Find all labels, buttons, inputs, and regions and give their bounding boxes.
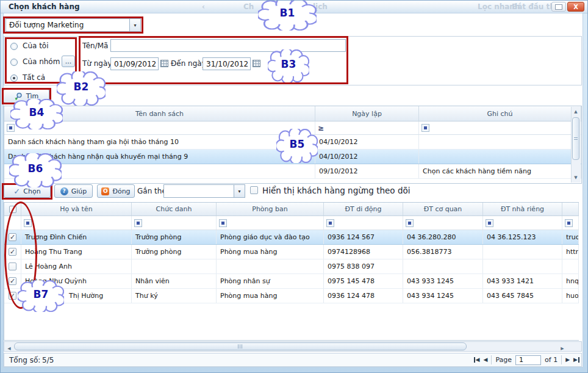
dialog-window: Chọn khách hàng ‹ Ch lịch Lọc nhanh Bắt …	[0, 0, 588, 373]
row-checkbox[interactable]	[9, 263, 16, 270]
total-count: 5/5	[42, 356, 54, 364]
column-header-ten-danh-sach[interactable]: Tên danh sách	[4, 106, 315, 121]
to-date-input[interactable]: 31/10/2012	[203, 57, 251, 70]
filter-icon[interactable]	[406, 219, 414, 227]
scroll-up-icon[interactable]: ▲	[572, 107, 580, 116]
window-panel-icon-button[interactable]	[551, 2, 566, 12]
page-number-input[interactable]: 1	[515, 355, 541, 365]
contact-title: Trưởng phòng	[132, 245, 217, 259]
search-button[interactable]: Tìm	[3, 89, 49, 103]
lists-table: Tên danh sách Ngày lập Ghi chú ≥ Danh sá…	[4, 106, 582, 184]
list-name: Danh sách khách hàng nhận quà khuyến mại…	[4, 150, 315, 164]
last-page-icon[interactable]: ▶	[573, 357, 579, 363]
contact-office-phone: 043 933 1245	[403, 274, 483, 288]
filter-icon[interactable]	[486, 219, 493, 227]
scroll-left-icon[interactable]: ◀	[5, 344, 13, 353]
marketing-audience-dropdown[interactable]: Đối tượng Marketing ▾	[5, 18, 141, 32]
help-button-label: Giúp	[71, 187, 87, 195]
list-row[interactable]: g 09/10/2012 Chọn các khách hàng tiềm nă…	[4, 164, 581, 179]
row-checkbox[interactable]: ✓	[9, 277, 16, 285]
horizontal-scrollbar[interactable]: ◀ ▶	[4, 341, 582, 352]
lists-table-vertical-scrollbar[interactable]: ▲ ▼	[571, 107, 581, 183]
calendar-icon[interactable]	[160, 60, 168, 67]
close-button-label: Đóng	[112, 187, 130, 195]
scroll-down-icon[interactable]: ▼	[572, 173, 580, 182]
radio-cua-nhom-toi[interactable]	[10, 59, 18, 66]
chevron-down-icon[interactable]: ▾	[129, 19, 140, 31]
page-of-label: of 1	[545, 356, 558, 364]
contact-dept: Phòng mua hàng	[217, 245, 324, 259]
scrollbar-thumb[interactable]	[14, 342, 467, 350]
column-header-clipped[interactable]	[562, 203, 579, 215]
scroll-right-icon[interactable]: ▶	[558, 344, 567, 353]
column-header-dt-co-quan[interactable]: ĐT cơ quan	[403, 203, 483, 215]
filter-icon[interactable]	[326, 219, 334, 227]
list-row[interactable]: Danh sách khách hàng tham gia hội thảo t…	[4, 135, 581, 150]
contact-name: Hoàng Thu Trang	[21, 245, 132, 259]
contact-office-phone: 056.3818773	[403, 245, 483, 259]
row-checkbox[interactable]: ✓	[9, 233, 16, 241]
title-bar: Chọn khách hàng ‹ Ch lịch Lọc nhanh Bắt …	[1, 1, 588, 13]
contact-title: Thư ký	[132, 289, 217, 303]
contact-row[interactable]: ✓ Hoàng Thu Trang Trưởng phòng Phòng mua…	[4, 245, 579, 259]
contact-mobile: 0936 124 478	[324, 289, 403, 303]
select-all-checkbox[interactable]	[9, 206, 16, 213]
row-checkbox[interactable]: ✓	[9, 248, 16, 256]
calendar-icon[interactable]	[253, 60, 260, 67]
contact-dept	[217, 259, 324, 273]
contact-mobile: 0936 124 567	[324, 230, 403, 244]
column-header-dt-nha-rieng[interactable]: ĐT nhà riêng	[483, 203, 562, 215]
filter-icon[interactable]	[24, 219, 32, 227]
contact-title: Nhân viên	[132, 274, 217, 288]
list-row-selected[interactable]: Danh sách khách hàng nhận quà khuyến mại…	[4, 150, 581, 164]
close-button[interactable]: O Đóng	[97, 184, 135, 198]
contact-row[interactable]: ✓ Hoàng Như Quỳnh Nhân viên Phòng nhân s…	[4, 274, 579, 289]
scrollbar-thumb[interactable]	[572, 117, 579, 160]
radio-cua-toi[interactable]	[10, 43, 18, 50]
close-window-button[interactable]: X	[567, 2, 584, 12]
column-header-phong-ban[interactable]: Phòng ban	[217, 203, 324, 215]
search-button-label: Tìm	[26, 92, 39, 100]
filter-icon[interactable]	[134, 219, 142, 227]
previous-page-icon[interactable]: ◀	[483, 357, 487, 363]
contact-name: Lê Hoàng Anh	[21, 259, 132, 273]
power-icon: O	[101, 187, 109, 195]
show-inactive-checkbox[interactable]	[250, 186, 258, 194]
column-header-dt-di-dong[interactable]: ĐT di động	[324, 203, 403, 215]
contact-mobile: 0975 145 478	[324, 274, 403, 288]
column-header-ngay-lap[interactable]: Ngày lập	[315, 106, 419, 121]
contact-office-phone: 043 934 1245	[403, 289, 483, 303]
contact-row[interactable]: ✓ Trương Đình Chiến Trưởng phòng Phòng g…	[4, 230, 579, 245]
radio-tat-ca[interactable]	[10, 74, 18, 82]
contact-mobile: 0975 838 097	[324, 259, 403, 273]
contact-extra: truo	[562, 230, 579, 244]
name-code-input[interactable]	[110, 39, 346, 52]
from-date-input[interactable]: 01/09/2012	[110, 57, 159, 70]
lists-table-filter-row: ≥	[4, 121, 581, 135]
filter-icon[interactable]	[7, 124, 15, 132]
next-page-icon[interactable]: ▶	[565, 357, 570, 363]
row-checkbox[interactable]: ✓	[9, 292, 16, 300]
filter-icon[interactable]	[565, 219, 573, 227]
filter-icon[interactable]	[219, 219, 227, 227]
ghost-tab-fragment-left: Ch	[243, 2, 254, 11]
select-button[interactable]: ✓ Chọn	[4, 184, 51, 198]
contact-row[interactable]: ✓ Thị Hường Thư ký Phòng mua hàng 0936 1…	[4, 289, 579, 303]
help-button[interactable]: ? Giúp	[54, 184, 93, 198]
chevron-down-icon[interactable]: ▾	[234, 185, 245, 197]
to-date-label: Đến ngày	[171, 59, 206, 68]
contact-row[interactable]: Lê Hoàng Anh 0975 838 097	[4, 259, 579, 274]
date-filter-operator[interactable]: ≥	[318, 124, 324, 132]
column-header-chuc-danh[interactable]: Chức danh	[132, 203, 217, 215]
list-date: 09/10/2012	[315, 164, 419, 178]
column-header-ghi-chu[interactable]: Ghi chú	[419, 106, 581, 121]
first-page-icon[interactable]: ◀	[474, 357, 480, 363]
list-note	[419, 150, 581, 164]
column-header-ho-va-ten[interactable]: Họ và tên	[21, 203, 132, 215]
tag-dropdown[interactable]: ▾	[163, 184, 245, 198]
more-options-button[interactable]: ...	[62, 56, 75, 67]
list-note	[419, 135, 581, 149]
contact-office-phone	[403, 259, 483, 273]
filter-icon[interactable]	[421, 124, 429, 132]
contact-extra	[562, 259, 579, 273]
